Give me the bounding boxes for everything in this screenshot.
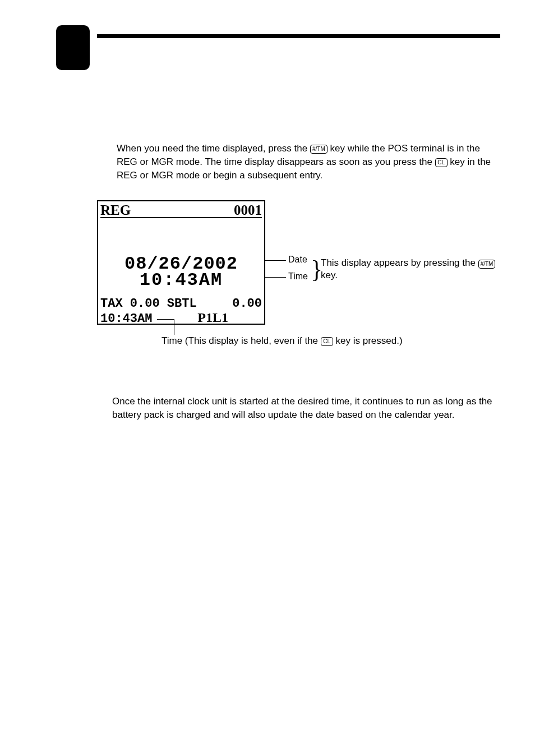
leader-line [265,277,286,278]
time-held-caption: Time (This display is held, even if the … [162,335,403,347]
section-marker-box [56,25,90,70]
footnote-paragraph: Once the internal clock unit is started … [112,395,502,422]
tm-key-icon: #/TM [478,260,496,269]
lcd-page-label: P1L1 [197,310,228,325]
annotation-body: This display appears by pressing the #/T… [321,257,506,282]
tm-key-icon: #/TM [310,145,328,154]
lcd-time-held: 10:43AM [100,312,152,326]
cl-key-icon: CL [435,158,448,167]
annotation-text-1: This display appears by pressing the [321,257,478,268]
annotation-text-2: key. [321,270,338,280]
time-annotation-label: Time [288,271,308,282]
caption-text-2: key is pressed.) [336,335,403,346]
lcd-mode: REG [100,202,131,218]
lcd-number: 0001 [234,202,262,218]
cl-key-icon: CL [321,337,333,346]
lcd-status-left: TAX 0.00 SBTL [100,297,197,311]
lcd-underline [100,217,262,218]
intro-text-1: When you need the time displayed, press … [117,143,310,154]
lcd-time: 10:43AM [98,270,264,291]
lcd-display-illustration: REG 0001 08/26/2002 10:43AM TAX 0.00 SBT… [97,200,266,325]
leader-line [174,319,174,335]
leader-line [157,319,174,320]
lcd-status-right: 0.00 [232,297,262,311]
header-rule [97,34,500,38]
date-annotation-label: Date [288,255,307,265]
caption-text-1: Time (This display is held, even if the [162,335,321,346]
intro-paragraph: When you need the time displayed, press … [117,142,502,182]
leader-line [265,260,286,261]
